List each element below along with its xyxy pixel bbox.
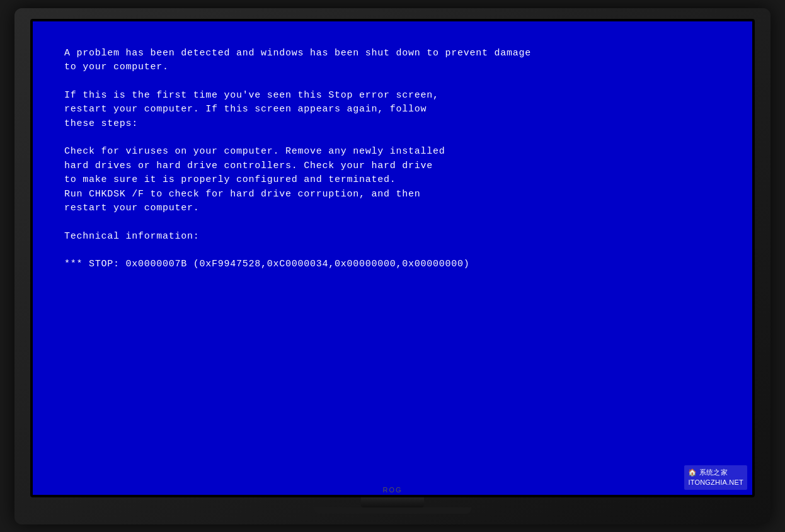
watermark-icon: 🏠: [688, 468, 699, 476]
instructions-paragraph: Check for viruses on your computer. Remo…: [64, 145, 721, 216]
technical-header-paragraph: Technical information:: [64, 230, 721, 244]
monitor-outer: A problem has been detected and windows …: [14, 8, 771, 524]
instructions-text: Check for viruses on your computer. Remo…: [64, 146, 445, 213]
intro-text: A problem has been detected and windows …: [64, 48, 531, 73]
monitor-bezel: A problem has been detected and windows …: [30, 19, 755, 497]
first-time-paragraph: If this is the first time you've seen th…: [64, 89, 721, 132]
monitor-stand: [361, 497, 424, 507]
first-time-text: If this is the first time you've seen th…: [64, 90, 439, 129]
monitor-base: [314, 507, 471, 514]
stop-code-text: *** STOP: 0x0000007B (0xF9947528,0xC0000…: [64, 259, 470, 269]
intro-paragraph: A problem has been detected and windows …: [64, 47, 721, 75]
bsod-screen: A problem has been detected and windows …: [33, 21, 752, 495]
stop-code-paragraph: *** STOP: 0x0000007B (0xF9947528,0xC0000…: [64, 258, 721, 272]
monitor-brand: ROG: [382, 486, 402, 494]
technical-header-text: Technical information:: [64, 231, 200, 242]
watermark-overlay: 🏠 系统之家ITONGZHIA.NET: [684, 465, 747, 490]
